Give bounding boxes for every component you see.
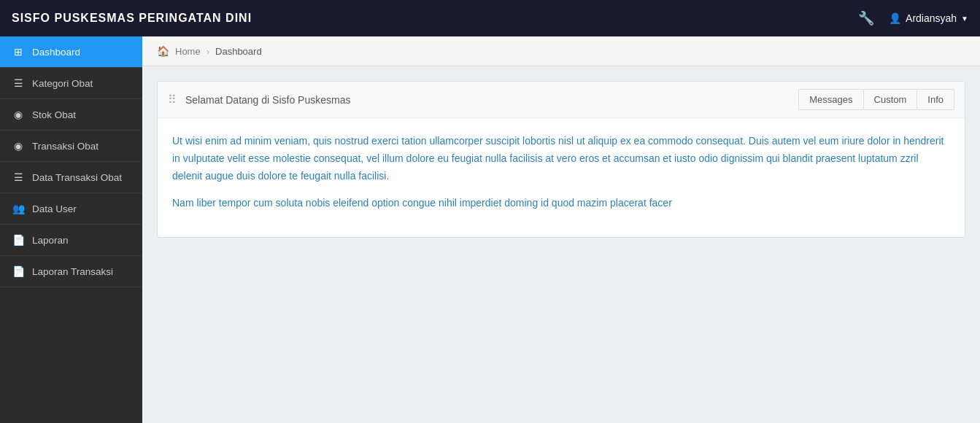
sidebar-item-label: Data Transaksi Obat bbox=[32, 172, 122, 183]
app-title: SISFO PUSKESMAS PERINGATAN DINI bbox=[12, 12, 252, 25]
dashboard-icon: ⊞ bbox=[12, 46, 25, 58]
sidebar-item-laporan[interactable]: 📄 Laporan bbox=[0, 225, 142, 256]
sidebar-item-label: Transaksi Obat bbox=[32, 141, 99, 152]
tab-custom[interactable]: Custom bbox=[863, 89, 918, 110]
sidebar-item-data-transaksi-obat[interactable]: ☰ Data Transaksi Obat bbox=[0, 162, 142, 193]
breadcrumb-current: Dashboard bbox=[215, 46, 262, 57]
panel-tabs: Messages Custom Info bbox=[799, 89, 954, 110]
navbar: SISFO PUSKESMAS PERINGATAN DINI 🔧 👤 Ardi… bbox=[0, 0, 980, 36]
panel-header-left: ⠿ Selamat Datang di Sisfo Puskesmas bbox=[168, 93, 350, 106]
sidebar-item-kategori-obat[interactable]: ☰ Kategori Obat bbox=[0, 68, 142, 99]
list-icon: ☰ bbox=[12, 77, 25, 89]
sidebar-item-transaksi-obat[interactable]: ◉ Transaksi Obat bbox=[0, 131, 142, 162]
main-content: 🏠 Home › Dashboard ⠿ Selamat Datang di S… bbox=[142, 36, 980, 423]
username: Ardiansyah bbox=[906, 12, 957, 24]
panel-header: ⠿ Selamat Datang di Sisfo Puskesmas Mess… bbox=[158, 82, 965, 118]
list-icon-2: ☰ bbox=[12, 171, 25, 183]
caret-icon: ▼ bbox=[961, 15, 968, 23]
panel-paragraph-1: Ut wisi enim ad minim veniam, quis nostr… bbox=[172, 133, 950, 185]
home-icon: 🏠 bbox=[157, 45, 169, 57]
panel-title: Selamat Datang di Sisfo Puskesmas bbox=[185, 94, 350, 106]
doc-icon-2: 📄 bbox=[12, 265, 25, 277]
sidebar-item-data-user[interactable]: 👥 Data User bbox=[0, 193, 142, 225]
sidebar-item-label: Laporan Transaksi bbox=[32, 266, 113, 277]
panel-paragraph-2: Nam liber tempor cum soluta nobis eleife… bbox=[172, 195, 950, 212]
sidebar-item-stok-obat[interactable]: ◉ Stok Obat bbox=[0, 99, 142, 131]
user-icon: 👤 bbox=[889, 12, 901, 24]
sidebar-item-label: Stok Obat bbox=[32, 109, 76, 120]
users-icon: 👥 bbox=[12, 203, 25, 214]
user-menu[interactable]: 👤 Ardiansyah ▼ bbox=[889, 12, 968, 24]
breadcrumb-home: Home bbox=[175, 46, 201, 57]
sidebar-item-label: Dashboard bbox=[32, 47, 80, 58]
sidebar: ⊞ Dashboard ☰ Kategori Obat ◉ Stok Obat … bbox=[0, 36, 142, 423]
eye-icon: ◉ bbox=[12, 109, 25, 120]
grid-icon: ⠿ bbox=[168, 93, 177, 106]
eye-icon-2: ◉ bbox=[12, 140, 25, 152]
sidebar-item-label: Data User bbox=[32, 203, 77, 214]
panel-body: Ut wisi enim ad minim veniam, quis nostr… bbox=[158, 118, 965, 237]
sidebar-item-dashboard[interactable]: ⊞ Dashboard bbox=[0, 36, 142, 68]
tab-messages[interactable]: Messages bbox=[798, 89, 863, 110]
content-area: ⠿ Selamat Datang di Sisfo Puskesmas Mess… bbox=[142, 66, 980, 423]
tab-info[interactable]: Info bbox=[917, 89, 954, 110]
doc-icon: 📄 bbox=[12, 234, 25, 246]
breadcrumb-separator: › bbox=[207, 46, 209, 57]
layout: ⊞ Dashboard ☰ Kategori Obat ◉ Stok Obat … bbox=[0, 36, 980, 423]
sidebar-item-label: Kategori Obat bbox=[32, 78, 93, 89]
main-panel: ⠿ Selamat Datang di Sisfo Puskesmas Mess… bbox=[157, 81, 965, 238]
sidebar-item-laporan-transaksi[interactable]: 📄 Laporan Transaksi bbox=[0, 256, 142, 287]
sidebar-item-label: Laporan bbox=[32, 235, 69, 246]
navbar-right: 🔧 👤 Ardiansyah ▼ bbox=[858, 10, 968, 26]
breadcrumb: 🏠 Home › Dashboard bbox=[142, 36, 980, 66]
wrench-icon[interactable]: 🔧 bbox=[858, 10, 874, 26]
